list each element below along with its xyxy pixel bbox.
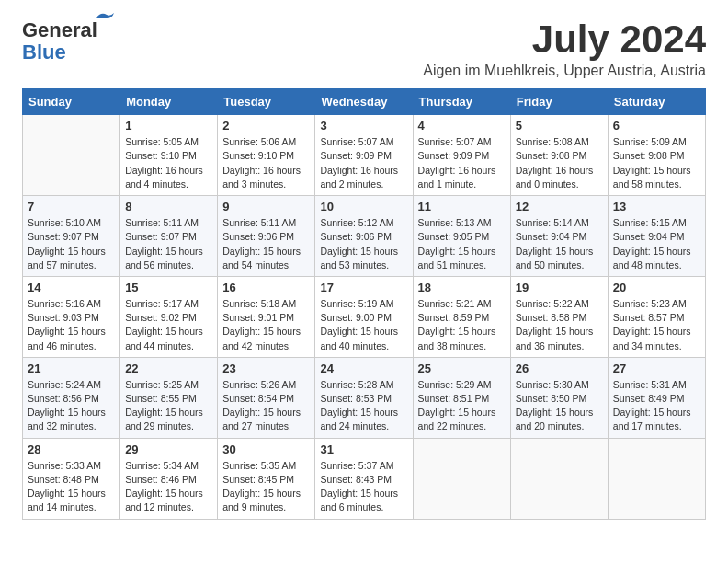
calendar-empty-cell [413,438,510,519]
calendar-week-row: 28Sunrise: 5:33 AMSunset: 8:48 PMDayligh… [23,438,706,519]
day-number: 31 [320,442,407,456]
calendar-day-7: 7Sunrise: 5:10 AMSunset: 9:07 PMDaylight… [23,196,120,277]
calendar-body: 1Sunrise: 5:05 AMSunset: 9:10 PMDaylight… [23,115,706,519]
calendar-day-18: 18Sunrise: 5:21 AMSunset: 8:59 PMDayligh… [413,276,510,357]
day-info: Sunrise: 5:33 AMSunset: 8:48 PMDaylight:… [28,459,115,515]
day-info: Sunrise: 5:21 AMSunset: 8:59 PMDaylight:… [418,297,506,353]
day-number: 6 [613,119,700,132]
day-number: 5 [516,119,603,132]
calendar-empty-cell [23,115,120,196]
day-info: Sunrise: 5:23 AMSunset: 8:57 PMDaylight:… [613,297,700,353]
calendar-week-row: 21Sunrise: 5:24 AMSunset: 8:56 PMDayligh… [23,357,706,438]
day-number: 13 [613,200,700,213]
day-number: 22 [125,362,212,375]
day-info: Sunrise: 5:16 AMSunset: 9:03 PMDaylight:… [28,297,115,353]
logo-blue: Blue [22,40,66,64]
day-info: Sunrise: 5:06 AMSunset: 9:10 PMDaylight:… [222,135,310,191]
day-number: 7 [28,200,115,213]
weekday-header-monday: Monday [120,89,218,115]
day-number: 25 [418,362,506,375]
day-number: 19 [516,281,603,294]
calendar-table: SundayMondayTuesdayWednesdayThursdayFrid… [22,88,706,519]
day-info: Sunrise: 5:09 AMSunset: 9:08 PMDaylight:… [613,135,700,191]
day-info: Sunrise: 5:11 AMSunset: 9:07 PMDaylight:… [125,216,212,272]
day-info: Sunrise: 5:07 AMSunset: 9:09 PMDaylight:… [418,135,506,191]
day-number: 29 [125,442,212,456]
calendar-day-3: 3Sunrise: 5:07 AMSunset: 9:09 PMDaylight… [315,115,413,196]
day-info: Sunrise: 5:24 AMSunset: 8:56 PMDaylight:… [28,378,115,434]
weekday-header-friday: Friday [510,89,608,115]
calendar-day-21: 21Sunrise: 5:24 AMSunset: 8:56 PMDayligh… [23,357,120,438]
day-info: Sunrise: 5:19 AMSunset: 9:00 PMDaylight:… [320,297,407,353]
day-number: 17 [320,281,407,294]
calendar-day-16: 16Sunrise: 5:18 AMSunset: 9:01 PMDayligh… [218,276,315,357]
weekday-header-tuesday: Tuesday [218,89,315,115]
calendar-day-30: 30Sunrise: 5:35 AMSunset: 8:45 PMDayligh… [218,438,315,519]
calendar-day-5: 5Sunrise: 5:08 AMSunset: 9:08 PMDaylight… [510,115,608,196]
day-number: 11 [418,200,506,213]
weekday-header-row: SundayMondayTuesdayWednesdayThursdayFrid… [23,89,706,115]
logo: General Blue [22,18,97,64]
day-info: Sunrise: 5:12 AMSunset: 9:06 PMDaylight:… [320,216,407,272]
calendar-day-14: 14Sunrise: 5:16 AMSunset: 9:03 PMDayligh… [23,276,120,357]
weekday-header-wednesday: Wednesday [315,89,413,115]
day-number: 18 [418,281,506,294]
day-number: 3 [320,119,407,132]
calendar-day-12: 12Sunrise: 5:14 AMSunset: 9:04 PMDayligh… [510,196,608,277]
calendar-day-22: 22Sunrise: 5:25 AMSunset: 8:55 PMDayligh… [120,357,218,438]
calendar-empty-cell [608,438,705,519]
month-title: July 2024 [423,18,706,61]
weekday-header-thursday: Thursday [413,89,510,115]
day-number: 8 [125,200,212,213]
calendar-day-13: 13Sunrise: 5:15 AMSunset: 9:04 PMDayligh… [608,196,705,277]
day-number: 24 [320,362,407,375]
calendar-empty-cell [510,438,608,519]
day-info: Sunrise: 5:25 AMSunset: 8:55 PMDaylight:… [125,378,212,434]
day-info: Sunrise: 5:18 AMSunset: 9:01 PMDaylight:… [222,297,310,353]
calendar-day-15: 15Sunrise: 5:17 AMSunset: 9:02 PMDayligh… [120,276,218,357]
weekday-header-saturday: Saturday [608,89,705,115]
day-info: Sunrise: 5:08 AMSunset: 9:08 PMDaylight:… [516,135,603,191]
logo-bird-icon [94,11,114,26]
calendar-day-20: 20Sunrise: 5:23 AMSunset: 8:57 PMDayligh… [608,276,705,357]
calendar-day-31: 31Sunrise: 5:37 AMSunset: 8:43 PMDayligh… [315,438,413,519]
day-number: 16 [222,281,310,294]
day-number: 27 [613,362,700,375]
calendar-week-row: 14Sunrise: 5:16 AMSunset: 9:03 PMDayligh… [23,276,706,357]
day-info: Sunrise: 5:14 AMSunset: 9:04 PMDaylight:… [516,216,603,272]
calendar-day-11: 11Sunrise: 5:13 AMSunset: 9:05 PMDayligh… [413,196,510,277]
day-number: 30 [222,442,310,456]
day-info: Sunrise: 5:17 AMSunset: 9:02 PMDaylight:… [125,297,212,353]
calendar-day-25: 25Sunrise: 5:29 AMSunset: 8:51 PMDayligh… [413,357,510,438]
calendar-week-row: 7Sunrise: 5:10 AMSunset: 9:07 PMDaylight… [23,196,706,277]
calendar-day-6: 6Sunrise: 5:09 AMSunset: 9:08 PMDaylight… [608,115,705,196]
day-info: Sunrise: 5:37 AMSunset: 8:43 PMDaylight:… [320,459,407,515]
calendar-day-19: 19Sunrise: 5:22 AMSunset: 8:58 PMDayligh… [510,276,608,357]
day-number: 2 [222,119,310,132]
day-number: 28 [28,442,115,456]
day-info: Sunrise: 5:22 AMSunset: 8:58 PMDaylight:… [516,297,603,353]
calendar-day-8: 8Sunrise: 5:11 AMSunset: 9:07 PMDaylight… [120,196,218,277]
day-number: 15 [125,281,212,294]
calendar-day-23: 23Sunrise: 5:26 AMSunset: 8:54 PMDayligh… [218,357,315,438]
page-header: General Blue July 2024 Aigen im Muehlkre… [22,18,706,79]
weekday-header-sunday: Sunday [23,89,120,115]
calendar-week-row: 1Sunrise: 5:05 AMSunset: 9:10 PMDaylight… [23,115,706,196]
day-info: Sunrise: 5:34 AMSunset: 8:46 PMDaylight:… [125,459,212,515]
calendar-day-4: 4Sunrise: 5:07 AMSunset: 9:09 PMDaylight… [413,115,510,196]
day-info: Sunrise: 5:35 AMSunset: 8:45 PMDaylight:… [222,459,310,515]
day-number: 9 [222,200,310,213]
day-info: Sunrise: 5:13 AMSunset: 9:05 PMDaylight:… [418,216,506,272]
day-info: Sunrise: 5:31 AMSunset: 8:49 PMDaylight:… [613,378,700,434]
calendar-day-10: 10Sunrise: 5:12 AMSunset: 9:06 PMDayligh… [315,196,413,277]
day-number: 4 [418,119,506,132]
day-number: 21 [28,362,115,375]
day-number: 10 [320,200,407,213]
day-info: Sunrise: 5:07 AMSunset: 9:09 PMDaylight:… [320,135,407,191]
day-info: Sunrise: 5:28 AMSunset: 8:53 PMDaylight:… [320,378,407,434]
day-number: 23 [222,362,310,375]
day-number: 12 [516,200,603,213]
day-number: 26 [516,362,603,375]
day-info: Sunrise: 5:29 AMSunset: 8:51 PMDaylight:… [418,378,506,434]
calendar-day-9: 9Sunrise: 5:11 AMSunset: 9:06 PMDaylight… [218,196,315,277]
